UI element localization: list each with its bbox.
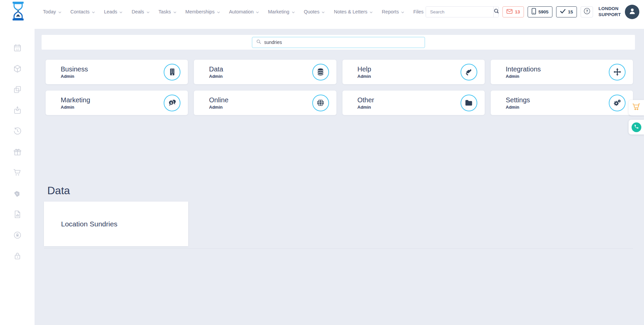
card-subtitle: Admin: [506, 74, 541, 79]
svg-text:12: 12: [16, 48, 19, 51]
sidebar-item-products[interactable]: [13, 64, 22, 73]
svg-text:?: ?: [586, 9, 588, 13]
card-integrations-admin[interactable]: Integrations Admin: [491, 60, 633, 84]
floating-phone-button[interactable]: [629, 120, 644, 134]
shopping-cart-icon: [632, 103, 640, 112]
arrows-move-icon: [613, 68, 622, 76]
card-other-admin[interactable]: Other Admin: [342, 91, 485, 115]
main-content: Business Admin Data Admin Help: [35, 29, 644, 325]
help-button[interactable]: ?: [581, 6, 593, 17]
nav-label: Contacts: [70, 9, 90, 14]
user-name: LONDON SUPPORT: [598, 6, 621, 17]
mail-count: 13: [515, 9, 520, 14]
folder-icon: [465, 99, 473, 107]
chevron-down-icon: [173, 9, 176, 14]
card-text: Other Admin: [358, 96, 374, 110]
sidebar-item-duplicates[interactable]: [13, 85, 22, 94]
database-icon: [316, 68, 325, 76]
module-search: [252, 37, 425, 48]
gift-icon: [13, 148, 22, 156]
nav-item-today[interactable]: Today: [43, 9, 61, 14]
module-search-panel: [42, 35, 635, 50]
card-text: Data Admin: [209, 65, 223, 79]
sidebar-item-security[interactable]: [13, 252, 22, 260]
phone-count: 5905: [538, 9, 548, 14]
chevron-down-icon: [217, 9, 220, 14]
card-text: Business Admin: [61, 65, 88, 79]
sidebar: 12 $: [0, 29, 35, 325]
tasks-badge[interactable]: 15: [556, 6, 577, 17]
phone-circle: [632, 122, 641, 132]
nav-label: Deals: [131, 9, 144, 14]
card-marketing-admin[interactable]: Marketing Admin $: [46, 91, 188, 115]
phone-badge[interactable]: 5905: [528, 6, 552, 17]
sidebar-item-history[interactable]: [13, 127, 22, 136]
sidebar-item-admin-access[interactable]: [13, 231, 22, 239]
check-icon: [560, 9, 566, 14]
card-icon-ring: [312, 64, 329, 80]
nav-item-reports[interactable]: Reports: [382, 9, 404, 14]
global-search: [426, 6, 499, 17]
nav-label: Reports: [382, 9, 399, 14]
sidebar-item-reports[interactable]: [13, 210, 22, 219]
chevron-down-icon: [256, 9, 259, 14]
card-icon-ring: $: [164, 95, 180, 111]
nav-item-files[interactable]: Files: [413, 9, 424, 14]
report-file-icon: [13, 210, 22, 219]
card-subtitle: Admin: [358, 105, 374, 110]
chevron-down-icon: [322, 9, 325, 14]
chevron-down-icon: [401, 9, 404, 14]
module-search-input[interactable]: [264, 40, 421, 45]
chevron-down-icon: [370, 9, 373, 14]
card-help-admin[interactable]: Help Admin: [342, 60, 485, 84]
nav-label: Files: [413, 9, 424, 14]
sidebar-item-calendar[interactable]: 12: [13, 44, 22, 52]
card-title: Settings: [506, 96, 530, 104]
bag-import-icon: [13, 106, 22, 115]
sidebar-item-orders-in[interactable]: [13, 106, 22, 115]
card-data-admin[interactable]: Data Admin: [194, 60, 336, 84]
app-logo[interactable]: [10, 2, 26, 22]
mail-badge[interactable]: 13: [502, 6, 524, 17]
user-menu[interactable]: LONDON SUPPORT: [598, 5, 639, 19]
nav-item-notes-letters[interactable]: Notes & Letters: [334, 9, 373, 14]
card-business-admin[interactable]: Business Admin: [46, 60, 188, 84]
sidebar-item-pricing[interactable]: $: [13, 189, 22, 198]
section-divider: [44, 248, 633, 249]
nav-label: Notes & Letters: [334, 9, 367, 14]
nav-item-automation[interactable]: Automation: [229, 9, 259, 14]
card-online-admin[interactable]: Online Admin: [194, 91, 336, 115]
card-subtitle: Admin: [209, 74, 223, 79]
cart-icon: [13, 168, 22, 177]
card-title: Business: [61, 65, 88, 73]
cogs-icon: [613, 99, 622, 107]
card-settings-admin[interactable]: Settings Admin: [491, 91, 633, 115]
nav-item-deals[interactable]: Deals: [131, 9, 149, 14]
chevron-down-icon: [92, 9, 95, 14]
app-shell: 12 $: [0, 29, 644, 325]
card-title: Online: [209, 96, 228, 104]
nav-item-contacts[interactable]: Contacts: [70, 9, 95, 14]
comments-dollar-icon: $: [168, 99, 176, 107]
global-search-input[interactable]: [426, 7, 493, 17]
nav-item-leads[interactable]: Leads: [104, 9, 123, 14]
nav-item-quotes[interactable]: Quotes: [304, 9, 325, 14]
building-icon: [168, 68, 176, 76]
sidebar-item-gifts[interactable]: [13, 148, 22, 156]
nav-label: Automation: [229, 9, 254, 14]
nav-item-memberships[interactable]: Memberships: [185, 9, 220, 14]
result-item-location-sundries[interactable]: Location Sundries: [44, 202, 188, 246]
card-icon-ring: [609, 95, 626, 111]
global-search-button[interactable]: [493, 7, 499, 17]
nav-label: Memberships: [185, 9, 215, 14]
floating-cart-button[interactable]: [629, 100, 644, 115]
nav-item-marketing[interactable]: Marketing: [268, 9, 295, 14]
card-text: Online Admin: [209, 96, 228, 110]
card-subtitle: Admin: [506, 105, 530, 110]
card-icon-ring: [461, 64, 477, 80]
sidebar-item-cart[interactable]: [13, 168, 22, 177]
nav-item-tasks[interactable]: Tasks: [159, 9, 176, 14]
nav-label: Leads: [104, 9, 117, 14]
chevron-down-icon: [292, 9, 295, 14]
price-tag-icon: $: [13, 189, 22, 198]
